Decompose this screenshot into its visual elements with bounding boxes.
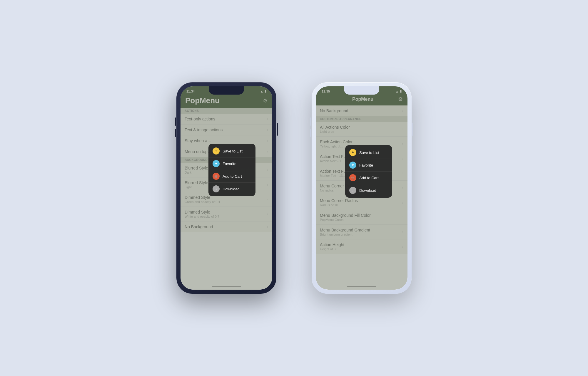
dl-label-dark: Download [223,187,240,191]
menu-item-save-dark[interactable]: + Save to List [208,145,255,157]
fav-icon-dark: ♥ [213,160,220,167]
home-indicator-light [347,286,376,287]
power-button-light [412,123,413,136]
volume-down-button [175,129,176,137]
menu-item-save-light[interactable]: + Save to List [345,146,392,159]
screen-light: 11:35 ▲ ▮ PopMenu ⚙ No Background › CUST… [316,86,407,290]
notch-light [344,86,379,95]
cart-icon-dark: 🛒 [213,173,220,180]
volume-up-button [175,118,176,126]
menu-item-cart-dark[interactable]: 🛒 Add to Cart [208,170,255,183]
phone-light: 11:35 ▲ ▮ PopMenu ⚙ No Background › CUST… [312,82,412,294]
dl-label-light: Download [359,188,376,193]
cart-icon-light: 🛒 [349,174,356,181]
dl-icon-dark: ↓ [213,185,220,192]
phone-light-screen: 11:35 ▲ ▮ PopMenu ⚙ No Background › CUST… [316,86,407,290]
phone-dark: 11:34 ▲ ▮ PopMenu ⚙ ACTIONS Text-only ac… [176,82,276,294]
fav-icon-light: ♥ [349,162,356,169]
home-indicator-dark [212,286,241,287]
notch-dark [209,86,244,95]
screen-dark: 11:34 ▲ ▮ PopMenu ⚙ ACTIONS Text-only ac… [181,86,272,290]
menu-item-dl-dark[interactable]: ↓ Download [208,183,255,195]
save-icon-dark: + [213,147,220,155]
volume-down-button-light [310,129,311,137]
power-button [277,123,278,136]
cart-label-dark: Add to Cart [223,174,242,179]
menu-item-fav-dark[interactable]: ♥ Favorite [208,157,255,170]
context-menu-light: + Save to List ♥ Favorite 🛒 Add to Cart … [345,145,392,198]
phone-dark-screen: 11:34 ▲ ▮ PopMenu ⚙ ACTIONS Text-only ac… [181,86,272,290]
menu-item-cart-light[interactable]: 🛒 Add to Cart [345,172,392,184]
save-label-light: Save to List [359,150,379,155]
volume-up-button-light [310,118,311,126]
context-menu-dark: + Save to List ♥ Favorite 🛒 Add to Cart … [208,144,255,196]
cart-label-light: Add to Cart [359,176,379,180]
menu-item-dl-light[interactable]: ↓ Download [345,184,392,197]
fav-label-dark: Favorite [223,162,236,166]
menu-item-fav-light[interactable]: ♥ Favorite [345,159,392,172]
fav-label-light: Favorite [359,163,373,167]
save-icon-light: + [349,149,356,156]
save-label-dark: Save to List [223,149,243,153]
dl-icon-light: ↓ [349,187,356,194]
